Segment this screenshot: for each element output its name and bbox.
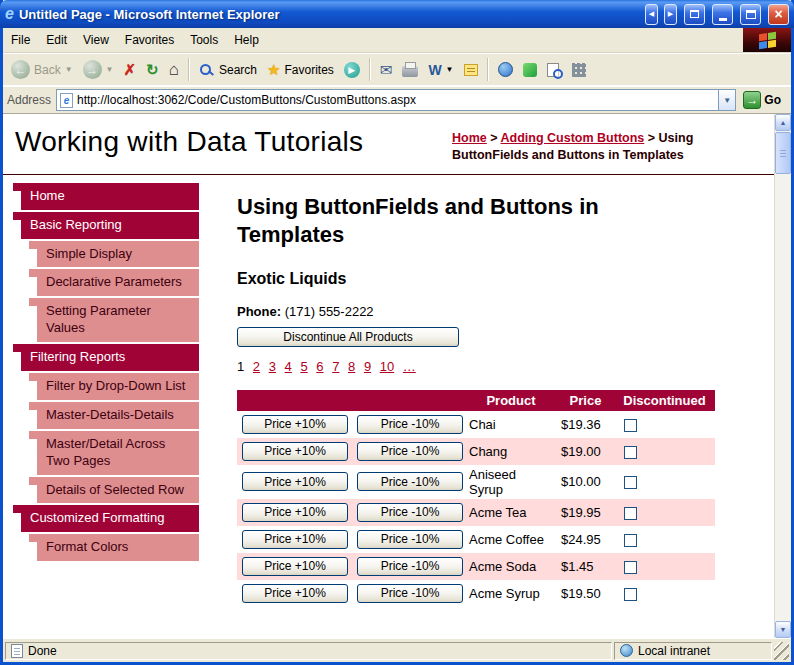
home-button[interactable]: ⌂	[164, 58, 184, 81]
pager-page-link[interactable]: 4	[285, 359, 292, 374]
maximize-button[interactable]	[740, 4, 761, 25]
edit-button[interactable]: W ▼	[423, 60, 458, 80]
titlebar-extra-right-arrow-button[interactable]: ▶	[664, 4, 677, 25]
discontinued-checkbox[interactable]	[624, 588, 637, 601]
pager-page-link[interactable]: 6	[316, 359, 323, 374]
breadcrumb-section-link[interactable]: Adding Custom Buttons	[501, 131, 645, 145]
pager-page-link[interactable]: 3	[269, 359, 276, 374]
price-increase-button[interactable]: Price +10%	[242, 472, 348, 491]
address-dropdown-button[interactable]: ▼	[718, 90, 735, 110]
sidebar-item-simple-display[interactable]: Simple Display	[37, 241, 199, 268]
titlebar-extra-left-arrow-button[interactable]: ◀	[645, 4, 658, 25]
stop-button[interactable]: ✗	[119, 59, 142, 80]
discontinued-checkbox[interactable]	[624, 419, 637, 432]
menu-tools[interactable]: Tools	[182, 28, 226, 52]
pager-page-link[interactable]: 2	[253, 359, 260, 374]
sidebar-item-declarative-parameters[interactable]: Declarative Parameters	[37, 269, 199, 296]
scroll-down-button[interactable]: ▼	[775, 621, 791, 638]
globe-button[interactable]	[493, 59, 518, 80]
discontinued-checkbox[interactable]	[624, 507, 637, 520]
resize-grip[interactable]	[774, 642, 789, 660]
menu-favorites[interactable]: Favorites	[117, 28, 182, 52]
window-icon	[690, 10, 699, 18]
toolbar-separator	[487, 58, 489, 81]
sidebar-item-filtering-reports[interactable]: Filtering Reports	[21, 344, 199, 371]
price-decrease-button[interactable]: Price -10%	[357, 472, 463, 491]
go-button[interactable]: → Go	[741, 91, 787, 109]
discontinued-checkbox[interactable]	[624, 476, 637, 489]
price-increase-button[interactable]: Price +10%	[242, 530, 348, 549]
sidebar-item-basic-reporting[interactable]: Basic Reporting	[21, 212, 199, 239]
product-cell: Acme Coffee	[465, 526, 557, 553]
titlebar-extra-window-button[interactable]	[684, 4, 705, 25]
pager-ellipsis-link[interactable]: …	[403, 359, 416, 374]
pager-page-link[interactable]: 10	[380, 359, 394, 374]
price-decrease-button[interactable]: Price -10%	[357, 415, 463, 434]
sidebar-item-master-detail-across-two-pages[interactable]: Master/Detail Across Two Pages	[37, 431, 199, 475]
price-decrease-button[interactable]: Price -10%	[357, 530, 463, 549]
sidebar-item-home[interactable]: Home	[21, 183, 199, 210]
status-text: Done	[28, 644, 57, 658]
media-button[interactable]: ▶	[339, 59, 365, 81]
breadcrumb: Home > Adding Custom Buttons > Using But…	[452, 126, 760, 164]
address-input[interactable]: e http://localhost:3062/Code/CustomButto…	[56, 89, 736, 111]
document-icon	[11, 644, 23, 658]
search-button[interactable]: Search	[194, 60, 262, 80]
scroll-up-button[interactable]: ▲	[775, 114, 791, 131]
table-row: Price +10% Price -10% Chai $19.36	[237, 411, 715, 438]
price-cell: $19.95	[557, 499, 614, 526]
scrollbar-thumb[interactable]	[775, 132, 791, 174]
price-increase-button[interactable]: Price +10%	[242, 557, 348, 576]
sidebar-item-customized-formatting[interactable]: Customized Formatting	[21, 505, 199, 532]
vertical-scrollbar[interactable]: ▲ ▼	[774, 114, 791, 638]
minimize-button[interactable]	[712, 4, 733, 25]
price-increase-button[interactable]: Price +10%	[242, 442, 348, 461]
menu-view[interactable]: View	[75, 28, 117, 52]
price-increase-button[interactable]: Price +10%	[242, 415, 348, 434]
pager-page-link[interactable]: 7	[332, 359, 339, 374]
print-icon	[402, 66, 418, 77]
sidebar-item-setting-parameter-values[interactable]: Setting Parameter Values	[37, 298, 199, 342]
menu-help[interactable]: Help	[226, 28, 267, 52]
discontinued-checkbox[interactable]	[624, 534, 637, 547]
table-row: Price +10% Price -10% Aniseed Syrup $10.…	[237, 465, 715, 499]
research-button[interactable]	[542, 60, 567, 80]
discontinued-checkbox[interactable]	[624, 446, 637, 459]
product-cell: Chai	[465, 411, 557, 438]
price-cell: $10.00	[557, 465, 614, 499]
pager-page-link[interactable]: 8	[348, 359, 355, 374]
pager-page-link[interactable]: 5	[300, 359, 307, 374]
price-decrease-button[interactable]: Price -10%	[357, 584, 463, 603]
price-increase-button[interactable]: Price +10%	[242, 503, 348, 522]
discontinued-checkbox[interactable]	[624, 561, 637, 574]
status-bar: Done Local intranet	[3, 638, 791, 662]
sidebar-item-format-colors[interactable]: Format Colors	[37, 534, 199, 561]
pager-page-link[interactable]: 9	[364, 359, 371, 374]
back-button[interactable]: ← Back ▼	[6, 57, 78, 82]
sidebar-item-filter-by-drop-down-list[interactable]: Filter by Drop-Down List	[37, 373, 199, 400]
grid-button[interactable]	[567, 60, 591, 80]
sidebar-item-master-details-details[interactable]: Master-Details-Details	[37, 402, 199, 429]
forward-button[interactable]: → ▼	[78, 57, 119, 82]
close-button[interactable]: ×	[768, 4, 789, 25]
discontinue-all-products-button[interactable]: Discontinue All Products	[237, 327, 459, 347]
price-decrease-button[interactable]: Price -10%	[357, 442, 463, 461]
breadcrumb-home-link[interactable]: Home	[452, 131, 487, 145]
dots-grid-icon	[572, 63, 586, 77]
menu-edit[interactable]: Edit	[38, 28, 75, 52]
menu-file[interactable]: File	[3, 28, 38, 52]
table-row: Price +10% Price -10% Chang $19.00	[237, 438, 715, 465]
price-decrease-button[interactable]: Price -10%	[357, 557, 463, 576]
product-cell: Acme Soda	[465, 553, 557, 580]
messenger-button[interactable]	[518, 60, 542, 80]
print-button[interactable]	[397, 59, 423, 80]
sidebar-item-details-of-selected-row[interactable]: Details of Selected Row	[37, 477, 199, 504]
back-dropdown-icon: ▼	[65, 65, 73, 74]
discuss-button[interactable]	[459, 61, 483, 79]
price-increase-button[interactable]: Price +10%	[242, 584, 348, 603]
refresh-button[interactable]: ↻	[141, 59, 164, 80]
mail-button[interactable]: ✉	[375, 59, 398, 80]
price-decrease-button[interactable]: Price -10%	[357, 503, 463, 522]
products-table: Product Price Discontinued Price +10% Pr…	[237, 390, 715, 607]
favorites-button[interactable]: ★ Favorites	[262, 59, 339, 80]
